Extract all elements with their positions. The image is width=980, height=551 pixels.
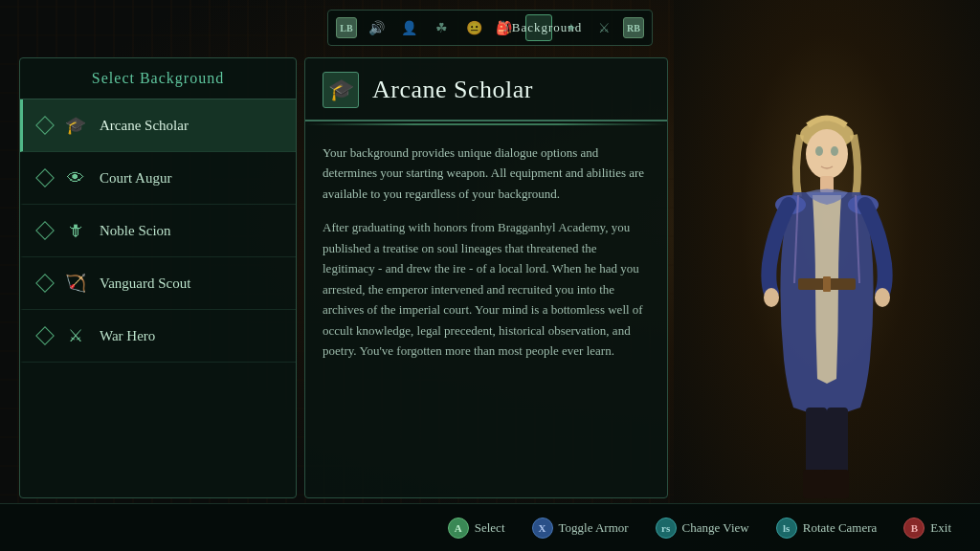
story-paragraph: After graduating with honors from Bragga… [323,217,650,361]
toggle-armor-action: X Toggle Armor [532,518,629,539]
detail-icon: 🎓 [323,72,359,108]
arcane-scholar-icon: 🎓 [61,111,90,140]
detail-header: 🎓 Arcane Scholar [305,58,667,121]
list-item[interactable]: 🗡 Noble Scion [20,205,296,257]
background-select-panel: Select Background 🎓 Arcane Scholar 👁 Cou… [19,57,297,498]
nav-background[interactable]: 🎒 Background [525,14,552,41]
exit-label: Exit [930,520,951,536]
vanguard-scout-icon: 🏹 [61,269,90,298]
war-hero-label: War Hero [100,328,155,344]
nav-skills[interactable]: ☘ [428,14,455,41]
svg-point-3 [831,146,838,156]
background-detail-panel: 🎓 Arcane Scholar Your background provide… [304,57,668,498]
character-figure [741,92,913,503]
list-item[interactable]: ⚔ War Hero [20,310,296,363]
war-hero-icon: ⚔ [61,321,90,350]
select-label: Select [475,520,505,536]
header-divider [305,123,667,125]
intro-paragraph: Your background provides unique dialogue… [323,143,650,204]
character-viewport [674,0,980,551]
selected-indicator [35,116,55,135]
unselected-indicator [35,326,55,345]
detail-body: Your background provides unique dialogue… [305,127,667,490]
svg-point-2 [815,146,823,156]
detail-title: Arcane Scholar [372,76,533,104]
nav-music[interactable]: ♪ [493,14,520,41]
toggle-armor-label: Toggle Armor [559,520,629,536]
rotate-camera-action: ls Rotate Camera [776,518,878,539]
rotate-camera-label: Rotate Camera [803,520,878,536]
change-view-label: Change View [682,520,749,536]
b-button[interactable]: B [903,518,924,539]
background-list: 🎓 Arcane Scholar 👁 Court Augur 🗡 Noble S… [20,99,296,363]
exit-action: B Exit [903,518,951,539]
svg-point-9 [764,288,779,307]
top-navigation: LB 🔊 👤 ☘ 😐 ♪ 🎒 Background ✦ ⚔ RB [327,10,653,46]
unselected-indicator [35,168,55,187]
nav-combat[interactable]: ⚔ [590,14,617,41]
unselected-indicator [35,221,55,240]
vanguard-scout-label: Vanguard Scout [100,276,190,292]
lb-button[interactable]: LB [336,17,357,38]
svg-point-10 [875,288,890,307]
bottom-action-bar: A Select X Toggle Armor rs Change View l… [0,503,980,551]
nav-feather[interactable]: ✦ [558,14,585,41]
character-svg [741,92,913,503]
panel-title: Select Background [92,70,224,86]
svg-point-1 [806,129,848,179]
rb-button[interactable]: RB [623,17,644,38]
svg-rect-14 [824,470,849,498]
court-augur-icon: 👁 [61,164,90,192]
nav-appearance[interactable]: 😐 [460,14,487,41]
list-item[interactable]: 👁 Court Augur [20,152,296,205]
arcane-scholar-label: Arcane Scholar [100,118,189,134]
noble-scion-icon: 🗡 [61,216,90,245]
select-action: A Select [448,518,505,539]
list-item[interactable]: 🏹 Vanguard Scout [20,257,296,310]
nav-sound[interactable]: 🔊 [363,14,390,41]
court-augur-label: Court Augur [100,170,171,187]
unselected-indicator [35,274,55,293]
svg-rect-6 [823,276,831,292]
x-button[interactable]: X [532,518,553,539]
a-button[interactable]: A [448,518,469,539]
panel-header: Select Background [20,58,296,99]
nav-character[interactable]: 👤 [395,14,422,41]
noble-scion-label: Noble Scion [100,223,171,239]
list-item[interactable]: 🎓 Arcane Scholar [20,99,296,152]
change-view-action: rs Change View [656,518,749,539]
ls-button[interactable]: ls [776,518,797,539]
rs-button[interactable]: rs [656,518,677,539]
